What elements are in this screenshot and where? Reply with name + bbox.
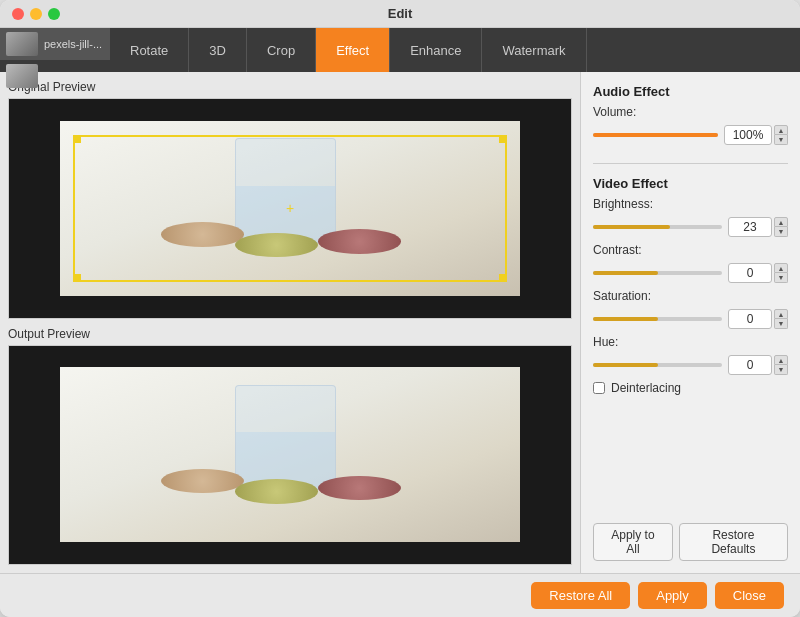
apply-to-all-button[interactable]: Apply to All bbox=[593, 523, 673, 561]
nav-tabs: Rotate 3D Crop Effect Enhance Watermark bbox=[110, 28, 800, 72]
brightness-label-row: Brightness: bbox=[593, 197, 788, 211]
bottom-bar: Restore All Apply Close bbox=[0, 573, 800, 617]
volume-input-wrapper: ▲ ▼ bbox=[724, 125, 788, 145]
macaron-1-output bbox=[161, 469, 244, 493]
volume-label: Volume: bbox=[593, 105, 663, 119]
hue-label-row: Hue: bbox=[593, 335, 788, 349]
crop-corner-tr bbox=[499, 135, 507, 143]
volume-input[interactable] bbox=[724, 125, 772, 145]
minimize-button[interactable] bbox=[30, 8, 42, 20]
close-button-bottom[interactable]: Close bbox=[715, 582, 784, 609]
file-thumb-2 bbox=[6, 64, 38, 88]
crop-corner-tl bbox=[73, 135, 81, 143]
saturation-input[interactable] bbox=[728, 309, 772, 329]
output-video-content bbox=[9, 346, 571, 565]
deinterlacing-checkbox[interactable] bbox=[593, 382, 605, 394]
output-scene bbox=[60, 367, 521, 542]
contrast-stepper: ▲ ▼ bbox=[774, 263, 788, 283]
volume-up[interactable]: ▲ bbox=[774, 125, 788, 135]
main-content: Original Preview bbox=[0, 72, 800, 573]
brightness-label: Brightness: bbox=[593, 197, 663, 211]
contrast-label-row: Contrast: bbox=[593, 243, 788, 257]
saturation-down[interactable]: ▼ bbox=[774, 319, 788, 329]
restore-defaults-button[interactable]: Restore Defaults bbox=[679, 523, 788, 561]
main-window: Edit pexels-jill-... pexels-ko... Rotate bbox=[0, 0, 800, 617]
preview-panel: Original Preview bbox=[0, 72, 580, 573]
hue-slider[interactable] bbox=[593, 363, 722, 367]
maximize-button[interactable] bbox=[48, 8, 60, 20]
original-video-frame: + bbox=[8, 98, 572, 319]
hue-input-wrapper: ▲ ▼ bbox=[728, 355, 788, 375]
divider-1 bbox=[593, 163, 788, 164]
hue-up[interactable]: ▲ bbox=[774, 355, 788, 365]
hue-down[interactable]: ▼ bbox=[774, 365, 788, 375]
restore-all-button[interactable]: Restore All bbox=[531, 582, 630, 609]
contrast-slider[interactable] bbox=[593, 271, 722, 275]
contrast-down[interactable]: ▼ bbox=[774, 273, 788, 283]
macaron-3-original bbox=[318, 229, 401, 253]
saturation-label: Saturation: bbox=[593, 289, 663, 303]
hue-stepper: ▲ ▼ bbox=[774, 355, 788, 375]
tab-enhance[interactable]: Enhance bbox=[390, 28, 482, 72]
contrast-slider-row: ▲ ▼ bbox=[593, 263, 788, 283]
macaron-3-output bbox=[318, 476, 401, 500]
file-name-1: pexels-jill-... bbox=[44, 38, 102, 50]
saturation-slider-fill bbox=[593, 317, 658, 321]
glass-original bbox=[235, 138, 336, 243]
contrast-input[interactable] bbox=[728, 263, 772, 283]
saturation-stepper: ▲ ▼ bbox=[774, 309, 788, 329]
volume-stepper: ▲ ▼ bbox=[774, 125, 788, 145]
volume-down[interactable]: ▼ bbox=[774, 135, 788, 145]
tabs-bar: pexels-jill-... pexels-ko... Rotate 3D C… bbox=[0, 28, 800, 72]
brightness-slider[interactable] bbox=[593, 225, 722, 229]
tab-3d[interactable]: 3D bbox=[189, 28, 247, 72]
traffic-lights bbox=[12, 8, 60, 20]
spacer bbox=[593, 405, 788, 511]
brightness-input[interactable] bbox=[728, 217, 772, 237]
hue-label: Hue: bbox=[593, 335, 663, 349]
file-thumb-1 bbox=[6, 32, 38, 56]
video-effect-section: Video Effect Brightness: ▲ ▼ bbox=[593, 176, 788, 395]
window-title: Edit bbox=[388, 6, 413, 21]
apply-button[interactable]: Apply bbox=[638, 582, 707, 609]
saturation-up[interactable]: ▲ bbox=[774, 309, 788, 319]
macaron-2-output bbox=[235, 479, 318, 503]
file-item-1[interactable]: pexels-jill-... bbox=[0, 28, 110, 60]
tab-rotate[interactable]: Rotate bbox=[110, 28, 189, 72]
audio-effect-section: Audio Effect Volume: ▲ ▼ bbox=[593, 84, 788, 151]
tab-crop[interactable]: Crop bbox=[247, 28, 316, 72]
player-controls: ⏮ ▶ ⏭ ■ ⏩ 🔊 00:00:00/00:00:09 bbox=[9, 564, 571, 565]
original-video-content: + bbox=[9, 99, 571, 318]
volume-control-row: Volume: bbox=[593, 105, 788, 119]
tab-watermark[interactable]: Watermark bbox=[482, 28, 586, 72]
close-button[interactable] bbox=[12, 8, 24, 20]
macaron-1-original bbox=[161, 222, 244, 246]
saturation-slider[interactable] bbox=[593, 317, 722, 321]
audio-effect-title: Audio Effect bbox=[593, 84, 788, 99]
original-preview-section: Original Preview bbox=[8, 80, 572, 319]
volume-slider-row: ▲ ▼ bbox=[593, 125, 788, 145]
saturation-input-wrapper: ▲ ▼ bbox=[728, 309, 788, 329]
brightness-stepper: ▲ ▼ bbox=[774, 217, 788, 237]
saturation-slider-row: ▲ ▼ bbox=[593, 309, 788, 329]
deinterlacing-label: Deinterlacing bbox=[611, 381, 681, 395]
contrast-label: Contrast: bbox=[593, 243, 663, 257]
contrast-up[interactable]: ▲ bbox=[774, 263, 788, 273]
brightness-slider-row: ▲ ▼ bbox=[593, 217, 788, 237]
hue-slider-row: ▲ ▼ bbox=[593, 355, 788, 375]
brightness-down[interactable]: ▼ bbox=[774, 227, 788, 237]
output-preview-label: Output Preview bbox=[8, 327, 572, 341]
output-video-frame: ⏮ ▶ ⏭ ■ ⏩ 🔊 00:00:00/00:00:09 bbox=[8, 345, 572, 566]
brightness-up[interactable]: ▲ bbox=[774, 217, 788, 227]
hue-slider-fill bbox=[593, 363, 658, 367]
original-preview-label: Original Preview bbox=[8, 80, 572, 94]
crop-corner-bl bbox=[73, 274, 81, 282]
saturation-label-row: Saturation: bbox=[593, 289, 788, 303]
tab-effect[interactable]: Effect bbox=[316, 28, 390, 72]
contrast-slider-fill bbox=[593, 271, 658, 275]
title-bar: Edit bbox=[0, 0, 800, 28]
deinterlacing-row: Deinterlacing bbox=[593, 381, 788, 395]
glass-output bbox=[235, 385, 336, 490]
hue-input[interactable] bbox=[728, 355, 772, 375]
volume-slider[interactable] bbox=[593, 133, 718, 137]
